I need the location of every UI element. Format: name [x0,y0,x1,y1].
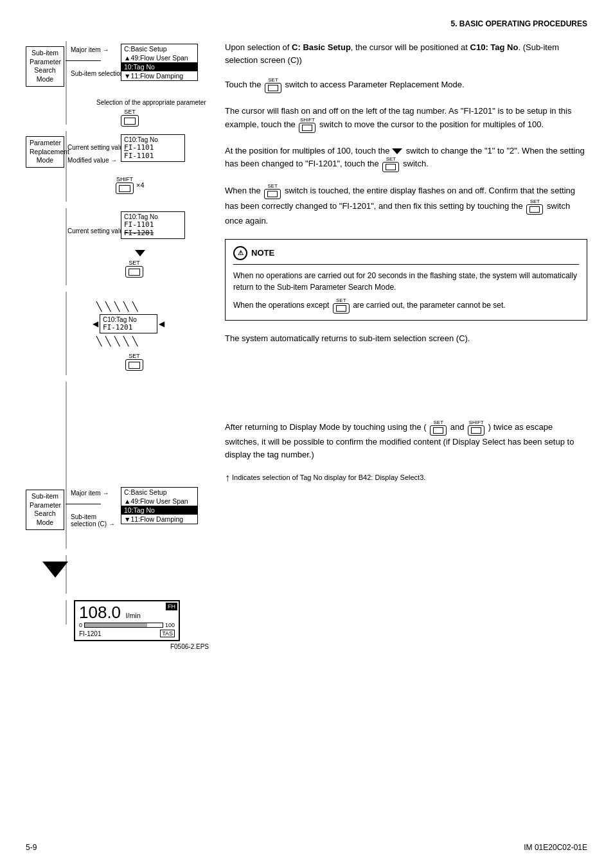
page-number: 5-9 [26,843,37,852]
sub-item-text-1: Sub-item [30,49,60,58]
bold-basic-setup: C: Basic Setup [292,42,351,52]
note-icon: ⚠ [233,246,247,260]
filename: F0506-2.EPS [74,643,209,650]
set-switch-inline-4b: SET [526,199,543,215]
shift-switch-2: SHIFT ×4 [116,176,145,194]
tag-display-3: C10:Tag No FI-1101 FI-1201 [121,211,185,239]
para-3: At the position for multiples of 100, to… [225,145,587,173]
bottom-display: FH 108.0 l/min 0 100 [74,600,212,650]
set-switch-inline-3: SET [382,157,399,172]
menu-box-1: C:Basic Setup ▲49:Flow User Span 10:Tag … [121,44,198,81]
set-switch-inline-1: SET [265,78,281,93]
tag-name: FI-1201 [79,630,101,637]
sub-item-label-5: Sub-item Parameter Search Mode [26,490,64,530]
para-2: The cursor will flash on and off on the … [225,105,587,133]
big-number: 108.0 [79,604,121,621]
set-switch-inline-6: SET [430,420,447,436]
shift-switch-inline-6: SHIFT [468,420,484,436]
flash-display-4: ╲ ╲ ╲ ╲ ╲ ◀ C10:Tag No FI-1201 [90,301,164,346]
right-text: Upon selection of C: Basic Setup, the cu… [212,41,587,650]
set-switch-3: SET [125,260,143,278]
para-4: When the SET switch is touched, the enti… [225,184,587,227]
para-6: After returning to Display Mode by touch… [225,420,587,461]
note-line-1: When no operations are carried out for 2… [233,270,579,293]
indicates-note: ↑ Indicates selection of Tag No display … [225,472,587,484]
note-box: ⚠ NOTE When no operations are carried ou… [225,239,587,321]
down-arrow-icon-3 [392,148,402,154]
param-replace-label: Parameter Replacement Mode [26,136,64,168]
large-down-arrow [42,562,68,578]
tag-display-2: C10:Tag No FI-1101 FI-1101 [121,134,185,162]
sub-item-label-1: Sub-item Parameter Search Mode [26,46,64,87]
para-1b: Touch the SET switch to access Parameter… [225,78,587,93]
note-line-2: When the operations except SET are carri… [233,298,579,314]
left-diagram: Sub-item Parameter Search Mode Major ite… [26,41,212,650]
page: 5. BASIC OPERATING PROCEDURES Sub-item P… [0,0,613,868]
content-area: Sub-item Parameter Search Mode Major ite… [26,41,587,650]
menu-box-5: C:Basic Setup ▲49:Flow User Span 10:Tag … [121,487,198,524]
modified-label-2: Modified value → [67,157,117,164]
and-text: and [450,422,465,432]
doc-number: IM 01E20C02-01E [524,843,587,852]
shift-switch-inline-2: SHIFT [299,118,315,133]
note-header: ⚠ NOTE [233,246,579,260]
down-arrow-btn-3 [135,250,145,256]
para-5: The system automatically returns to sub-… [225,332,587,345]
set-switch-inline-4: SET [264,184,281,199]
set-switch-1: SET [121,109,139,127]
header-title: 5. BASIC OPERATING PROCEDURES [451,19,587,28]
para-1: Upon selection of C: Basic Setup, the cu… [225,41,587,66]
major-item-label-1: Major item → [71,46,109,53]
unit: l/min [126,612,141,619]
set-switch-4: SET [125,353,143,371]
tag-indicator: TAS [160,630,175,637]
fh-indicator: FH [166,603,177,610]
page-header: 5. BASIC OPERATING PROCEDURES [26,19,587,28]
selection-label-1: Selection of the appropriate parameter [96,99,206,106]
set-switch-note: SET [333,298,350,314]
page-footer: 5-9 IM 01E20C02-01E [26,843,587,852]
major-item-label-5: Major item → [71,490,109,497]
bold-tag-no: C10: Tag No [470,42,519,52]
sub-item-sel-label-5: Sub-itemselection (C) → [71,513,115,527]
note-title: NOTE [251,247,274,260]
